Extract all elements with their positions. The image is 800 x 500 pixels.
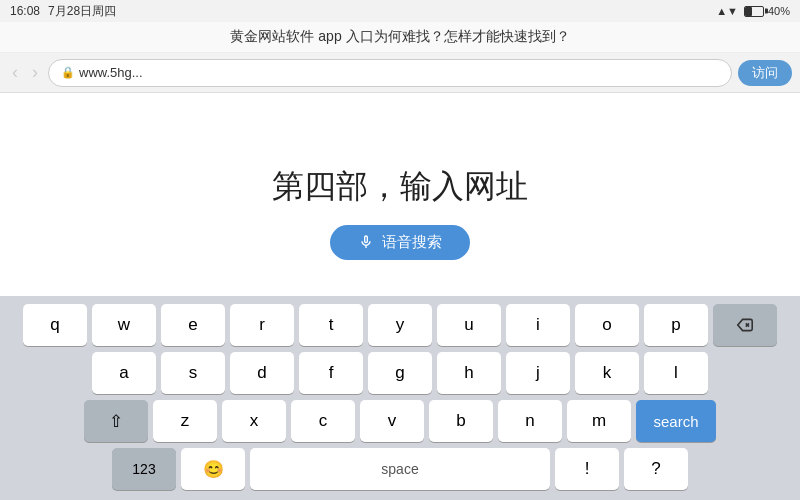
key-l[interactable]: l — [644, 352, 708, 394]
search-key[interactable]: search — [636, 400, 716, 442]
key-u[interactable]: u — [437, 304, 501, 346]
key-c[interactable]: c — [291, 400, 355, 442]
key-m[interactable]: m — [567, 400, 631, 442]
visit-button[interactable]: 访问 — [738, 60, 792, 86]
key-q[interactable]: q — [23, 304, 87, 346]
key-b[interactable]: b — [429, 400, 493, 442]
mic-icon — [358, 234, 374, 250]
exclaim-key[interactable]: ! — [555, 448, 619, 490]
nav-bar: ‹ › 🔒 www.5hg... 访问 — [0, 53, 800, 93]
status-bar: 16:08 7月28日周四 ▲▼ 40% — [0, 0, 800, 22]
back-button[interactable]: ‹ — [8, 58, 22, 87]
emoji-key[interactable]: 😊 — [181, 448, 245, 490]
status-left: 16:08 7月28日周四 — [10, 3, 116, 20]
keyboard-row-2: a s d f g h j k l — [4, 352, 796, 394]
key-j[interactable]: j — [506, 352, 570, 394]
keyboard-row-4: 123 😊 space ! ? — [4, 448, 796, 490]
delete-key[interactable] — [713, 304, 777, 346]
shift-key[interactable]: ⇧ — [84, 400, 148, 442]
battery-icon — [744, 6, 764, 17]
keyboard-row-3: ⇧ z x c v b n m search — [4, 400, 796, 442]
voice-search-label: 语音搜索 — [382, 233, 442, 252]
forward-button[interactable]: › — [28, 58, 42, 87]
key-y[interactable]: y — [368, 304, 432, 346]
signal-icon: ▲▼ — [716, 5, 738, 17]
key-i[interactable]: i — [506, 304, 570, 346]
key-d[interactable]: d — [230, 352, 294, 394]
key-k[interactable]: k — [575, 352, 639, 394]
lock-icon: 🔒 — [61, 66, 75, 79]
key-g[interactable]: g — [368, 352, 432, 394]
battery-pct: 40% — [768, 5, 790, 17]
key-t[interactable]: t — [299, 304, 363, 346]
keyboard-row-1: q w e r t y u i o p — [4, 304, 796, 346]
voice-search-button[interactable]: 语音搜索 — [330, 225, 470, 260]
time: 16:08 — [10, 4, 40, 18]
key-z[interactable]: z — [153, 400, 217, 442]
key-n[interactable]: n — [498, 400, 562, 442]
key-a[interactable]: a — [92, 352, 156, 394]
key-s[interactable]: s — [161, 352, 225, 394]
key-p[interactable]: p — [644, 304, 708, 346]
date: 7月28日周四 — [48, 3, 116, 20]
key-w[interactable]: w — [92, 304, 156, 346]
article-heading: 黄金网站软件 app 入口为何难找？怎样才能快速找到？ — [0, 22, 800, 53]
key-h[interactable]: h — [437, 352, 501, 394]
status-right: ▲▼ 40% — [716, 5, 790, 17]
key-o[interactable]: o — [575, 304, 639, 346]
key-r[interactable]: r — [230, 304, 294, 346]
key-x[interactable]: x — [222, 400, 286, 442]
key-f[interactable]: f — [299, 352, 363, 394]
address-bar[interactable]: 🔒 www.5hg... — [48, 59, 732, 87]
key-e[interactable]: e — [161, 304, 225, 346]
key-v[interactable]: v — [360, 400, 424, 442]
number-switch-key[interactable]: 123 — [112, 448, 176, 490]
page-title: 第四部，输入网址 — [272, 165, 528, 209]
keyboard: q w e r t y u i o p a s d f g h j k l ⇧ … — [0, 296, 800, 500]
space-key[interactable]: space — [250, 448, 550, 490]
question-key[interactable]: ? — [624, 448, 688, 490]
address-text: www.5hg... — [79, 65, 719, 80]
